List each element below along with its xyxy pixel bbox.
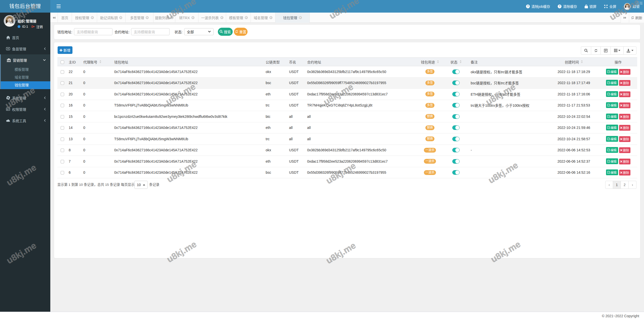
svg-text:?: ? bbox=[559, 5, 560, 8]
svg-text:?: ? bbox=[527, 5, 529, 8]
